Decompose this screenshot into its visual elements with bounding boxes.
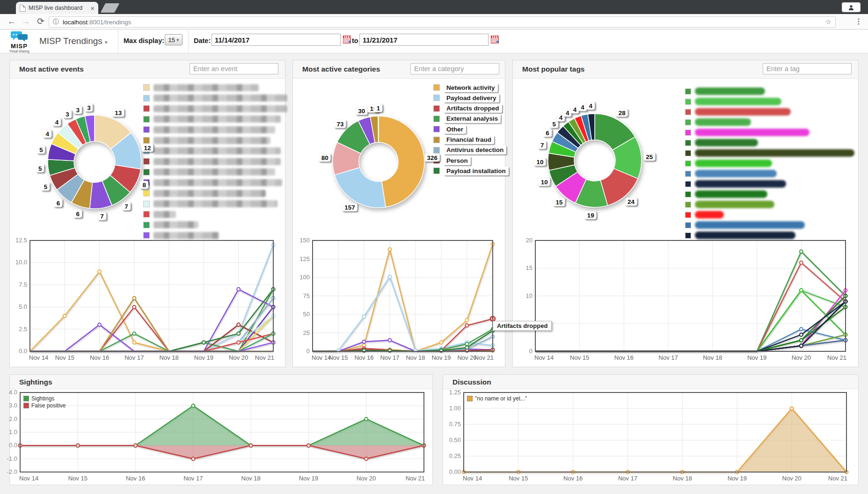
- categories_donut[interactable]: [293, 60, 443, 226]
- legend-item-redacted: [143, 200, 277, 208]
- x-axis-tick-label: Nov 18: [401, 354, 430, 361]
- misp-logo-icon: [10, 31, 28, 42]
- redacted-event-name: [153, 105, 287, 112]
- y-axis-tick-label: 0: [288, 348, 310, 355]
- x-axis-tick-label: Nov 18: [698, 354, 727, 361]
- panel-most-active-categories: Most active categories 32615780733019102…: [292, 60, 505, 367]
- legend-item-tag: [685, 211, 724, 219]
- redacted-event-name: [153, 84, 259, 91]
- redacted-tag-chip: [695, 139, 758, 146]
- x-axis-tick-label: Nov 15: [324, 354, 353, 361]
- bookmark-star-icon[interactable]: ☆: [825, 18, 832, 26]
- legend-swatch: [685, 130, 691, 136]
- legend-item-tag: [685, 159, 772, 167]
- tags_donut[interactable]: [513, 60, 660, 226]
- x-axis-tick-label: Nov 17: [613, 475, 642, 482]
- reload-button[interactable]: ⟳: [35, 15, 47, 28]
- legend-label: Other: [444, 125, 466, 134]
- redacted-event-name: [153, 94, 287, 102]
- donut-value-label: 7: [122, 203, 131, 211]
- x-axis-tick-label: Nov 20: [352, 475, 381, 482]
- legend-swatch: [143, 232, 150, 239]
- legend-item-redacted: [143, 189, 266, 197]
- browser-menu-icon[interactable]: ⋮: [855, 17, 862, 26]
- donut-value-label: 28: [616, 109, 628, 117]
- donut-value-label: 157: [342, 203, 357, 211]
- legend-item-redacted: [143, 94, 287, 102]
- y-axis-tick-label: 150: [288, 237, 310, 244]
- legend-swatch: [143, 211, 150, 218]
- url-bar[interactable]: ⓘ localhost :8001/trendings ☆: [49, 16, 836, 28]
- legend-label: Person: [444, 156, 471, 165]
- donut-value-label: 5: [42, 182, 50, 190]
- legend-swatch: [433, 167, 440, 174]
- x-axis-tick-label: Nov 14: [19, 475, 48, 482]
- y-axis-tick-label: 0.75: [439, 421, 461, 428]
- event-search-input[interactable]: [190, 63, 278, 74]
- brand-subtitle: Threat Sharing: [6, 50, 33, 53]
- profile-person-icon: [848, 4, 854, 11]
- y-axis-tick-label: 3.0: [0, 402, 17, 409]
- donut-value-label: 19: [585, 211, 597, 219]
- profile-button[interactable]: [842, 2, 861, 12]
- legend-item-redacted: [143, 104, 287, 113]
- tab-close-icon[interactable]: ×: [90, 5, 95, 12]
- forward-button[interactable]: →: [20, 15, 32, 28]
- panel-title: Sightings: [19, 378, 52, 386]
- redacted-tag-chip: [695, 221, 805, 229]
- calendar-icon[interactable]: [343, 36, 351, 44]
- sightings[interactable]: [20, 392, 424, 472]
- legend-swatch: [143, 201, 150, 207]
- legend-swatch: [685, 171, 691, 177]
- legend-swatch: [685, 88, 691, 94]
- legend-item-tag: [685, 180, 786, 188]
- legend-item-category: External analysis: [433, 115, 501, 123]
- legend-swatch: [143, 158, 150, 165]
- events_trend[interactable]: [30, 240, 273, 351]
- y-axis-tick-label: 2.5: [6, 326, 27, 333]
- donut-value-label: 6: [543, 129, 552, 137]
- redacted-tag-chip: [695, 201, 774, 208]
- legend-item-tag: [685, 190, 767, 198]
- donut-value-label: 4: [44, 130, 52, 138]
- legend-swatch: [685, 150, 691, 156]
- y-axis-tick-label: -2.0: [0, 468, 17, 475]
- x-axis-tick-label: Nov 15: [63, 475, 92, 482]
- x-axis-tick-label: Nov 21: [818, 475, 847, 482]
- misp-logo[interactable]: MISP Threat Sharing: [6, 31, 33, 53]
- donut-value-label: 3: [73, 106, 82, 114]
- donut-value-label: 73: [335, 120, 346, 128]
- calendar-icon[interactable]: [491, 36, 499, 44]
- x-axis-tick-label: Nov 18: [236, 475, 265, 482]
- y-axis-tick-label: 10: [511, 292, 532, 299]
- new-tab-button[interactable]: [101, 3, 120, 13]
- legend-item-category: Payload installation: [433, 167, 509, 175]
- back-button[interactable]: ←: [6, 15, 18, 28]
- redacted-event-name: [153, 232, 219, 239]
- page-info-icon[interactable]: ⓘ: [53, 18, 59, 26]
- y-axis-tick-label: 7.5: [6, 281, 27, 288]
- browser-tab[interactable]: MISP live dashboard ×: [16, 2, 98, 14]
- legend-swatch: [433, 105, 440, 112]
- x-axis-tick-label: Nov 17: [654, 354, 683, 361]
- discussion[interactable]: [464, 392, 846, 472]
- events_donut[interactable]: [10, 60, 160, 227]
- categories_trend[interactable]: [313, 240, 493, 351]
- legend-swatch: [685, 232, 691, 239]
- redacted-event-name: [153, 147, 281, 154]
- max-display-select[interactable]: 15 ▾: [165, 34, 182, 45]
- legend-item-redacted: [143, 178, 282, 187]
- nav-title-dropdown[interactable]: MISP Trendings ▾: [39, 36, 108, 46]
- date-from-input[interactable]: [212, 34, 341, 46]
- legend-label: Network activity: [444, 83, 498, 92]
- y-axis-tick-label: 25: [288, 329, 310, 336]
- date-to-input[interactable]: [359, 34, 489, 46]
- tags_trend[interactable]: [535, 240, 846, 351]
- panel-discussion: Discussion 0.000.250.500.751.001.25Nov 1…: [443, 374, 859, 485]
- legend-label: Antivirus detection: [444, 145, 506, 154]
- legend-item-redacted: [143, 210, 176, 218]
- tag-search-input[interactable]: [763, 63, 852, 74]
- x-axis-tick-label: Nov 15: [504, 475, 533, 482]
- legend-swatch: [685, 140, 691, 146]
- legend-swatch: [685, 99, 691, 105]
